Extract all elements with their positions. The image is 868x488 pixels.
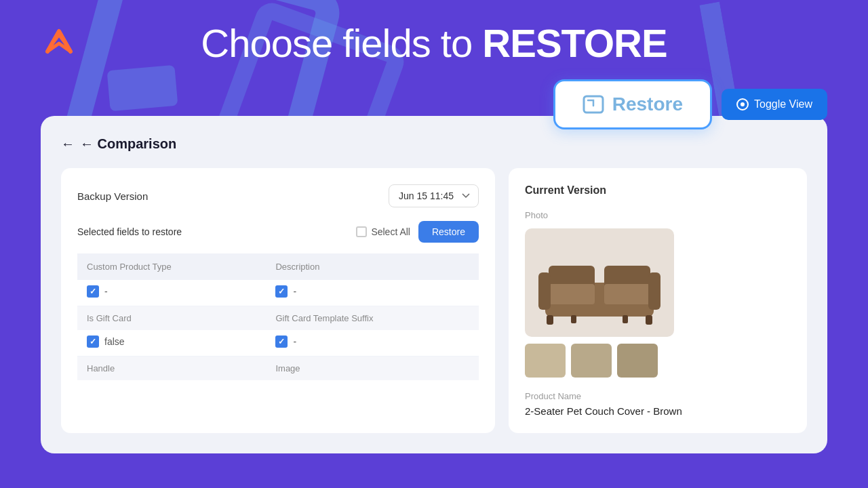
version-row: Backup Version Jun 15 11:45 <box>77 184 479 207</box>
section-header-row-2: Handle Image <box>77 357 479 381</box>
col1-header: Custom Product Type <box>77 253 266 280</box>
col2-checkbox[interactable] <box>275 285 288 298</box>
backup-version-label: Backup Version <box>77 190 148 202</box>
col2-value: - <box>293 286 296 297</box>
col2-value-cell: - <box>266 280 479 306</box>
restore-button[interactable]: Restore <box>418 221 479 243</box>
fields-to-restore-label: Selected fields to restore <box>77 226 182 237</box>
restore-icon <box>583 95 604 114</box>
section1-col1-header: Is Gift Card <box>77 306 266 331</box>
thumbnail-2 <box>571 344 612 378</box>
col1-value: - <box>104 286 108 297</box>
svg-rect-7 <box>604 284 650 304</box>
section1-col2-value-cell: - <box>266 330 479 357</box>
back-button[interactable]: ← ← Comparison <box>61 136 176 152</box>
select-all-checkbox[interactable] <box>356 226 367 237</box>
gift-card-value: false <box>104 336 125 347</box>
panels-row: Backup Version Jun 15 11:45 Selected fie… <box>61 168 807 433</box>
panel-wrapper: ← ← Comparison Backup Version Jun 15 11:… <box>41 116 827 453</box>
page-title: Choose fields to RESTORE <box>41 20 827 66</box>
section2-col2-header: Image <box>266 357 479 381</box>
back-arrow-icon: ← <box>61 136 75 152</box>
svg-rect-9 <box>648 272 660 310</box>
select-all-label: Select All <box>371 226 410 237</box>
product-images <box>525 228 791 378</box>
template-suffix-value: - <box>293 336 296 347</box>
svg-rect-8 <box>538 272 551 310</box>
svg-rect-10 <box>547 315 553 325</box>
table-header-row: Custom Product Type Description <box>77 253 479 280</box>
gift-card-checkbox[interactable] <box>87 336 99 348</box>
panel-header: ← ← Comparison <box>61 136 807 152</box>
svg-rect-11 <box>646 315 652 325</box>
table-row: - - <box>77 280 479 306</box>
section1-value-row: false - <box>77 330 479 357</box>
col1-checkbox[interactable] <box>87 285 99 298</box>
fields-table: Custom Product Type Description - <box>77 253 479 380</box>
col2-header: Description <box>266 253 479 280</box>
fields-actions: Select All Restore <box>356 221 479 243</box>
header: Choose fields to RESTORE <box>0 0 868 79</box>
section2-col1-header: Handle <box>77 357 266 381</box>
product-name-label: Product Name <box>525 391 791 401</box>
current-panel: Current Version Photo <box>509 168 807 433</box>
svg-rect-6 <box>549 284 595 304</box>
thumbnail-row <box>525 344 791 378</box>
fields-row: Selected fields to restore Select All Re… <box>77 221 479 243</box>
toggle-view-label: Toggle View <box>754 98 812 110</box>
backup-panel: Backup Version Jun 15 11:45 Selected fie… <box>61 168 495 433</box>
svg-point-2 <box>741 102 745 106</box>
restore-button-featured[interactable]: Restore <box>553 79 712 129</box>
main-product-image <box>525 228 674 337</box>
svg-rect-12 <box>571 315 576 323</box>
thumbnail-3 <box>617 344 658 378</box>
current-version-title: Current Version <box>525 184 791 197</box>
thumbnail-1 <box>525 344 566 378</box>
svg-rect-13 <box>623 315 628 323</box>
version-select[interactable]: Jun 15 11:45 <box>389 184 479 207</box>
template-suffix-checkbox[interactable] <box>275 336 288 348</box>
section-header-row-1: Is Gift Card Gift Card Template Suffix <box>77 306 479 331</box>
toggle-view-icon <box>736 98 749 110</box>
toggle-view-button[interactable]: Toggle View <box>722 89 827 120</box>
section1-col1-value-cell: false <box>77 330 266 357</box>
col1-value-cell: - <box>77 280 266 306</box>
restore-featured-label: Restore <box>612 94 683 115</box>
photo-label: Photo <box>525 210 791 220</box>
restore-svg-icon <box>583 95 604 114</box>
sofa-svg <box>532 235 667 330</box>
product-name-value: 2-Seater Pet Couch Cover - Brown <box>525 405 791 417</box>
section1-col2-header: Gift Card Template Suffix <box>266 306 479 331</box>
select-all-wrap[interactable]: Select All <box>356 226 410 237</box>
comparison-title: ← Comparison <box>80 136 176 152</box>
